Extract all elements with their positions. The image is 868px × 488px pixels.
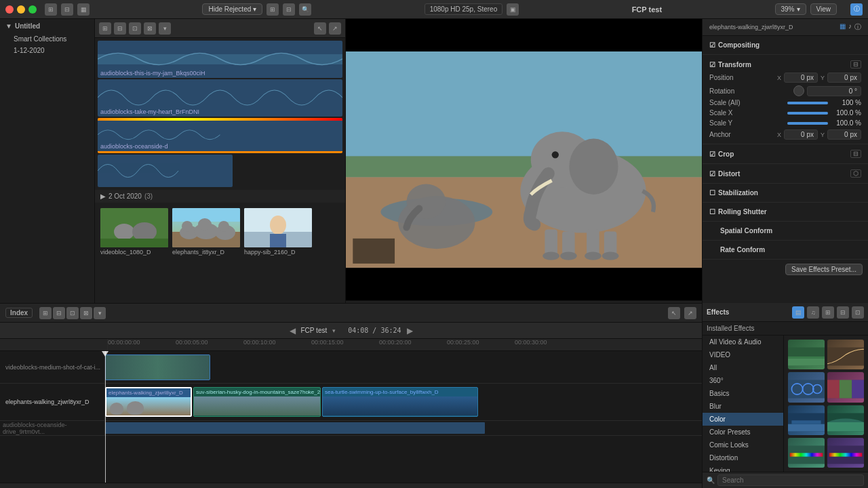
effects-search-input[interactable] [717,474,864,486]
stabilization-title[interactable]: ☐ Stabilization [709,186,861,199]
scale-all-field[interactable]: 100 % [831,99,861,106]
thumbnail-2[interactable]: elephants_it8yxr_D [172,208,240,256]
effect-thumb-color-wheels[interactable]: Color Wheels [788,372,825,402]
effect-cat-all[interactable]: All [703,361,783,374]
audio-block-2[interactable]: audioblocks-take-my-heart_BrFnDNI [98,79,342,117]
ef-icon2[interactable]: ♫ [807,306,819,319]
ef-icon4[interactable]: ⊟ [837,306,849,319]
timeline-prev[interactable]: ◀ [290,326,296,336]
distort-reset[interactable]: ⬡ [850,169,861,178]
timeline-scrollbar[interactable] [0,483,702,488]
main-area: ▼ Untitled Smart Collections 1-12-2020 ⊞… [0,19,868,322]
ef-icon1[interactable]: ▤ [792,306,804,319]
effect-thumb-hdr[interactable]: HDR Tools [827,405,864,435]
grid-icon[interactable]: ⊟ [283,3,295,16]
inspector-video-icon[interactable]: ▦ [840,22,846,32]
ef-icon5[interactable]: ⊡ [852,306,864,319]
inspector-icon[interactable]: ⓘ [850,3,863,16]
tl-arrow[interactable]: ↗ [684,307,696,319]
index-label[interactable]: Index [5,308,33,318]
scale-y-slider[interactable] [787,122,828,125]
compositing-title[interactable]: ☑ Compositing [709,39,861,52]
rotation-field[interactable]: 0 ° [807,86,861,96]
effect-thumb-color-curves[interactable]: Color Curves [827,340,864,369]
rolling-shutter-title[interactable]: ☐ Rolling Shutter [709,205,861,218]
save-effects-button[interactable]: Save Effects Preset... [785,264,863,275]
browser-view4[interactable]: ⊠ [144,22,156,35]
anchor-y-field[interactable]: 0 px [827,129,861,140]
crop-title[interactable]: ☑ Crop ⊟ [709,147,861,161]
browser-view1[interactable]: ⊞ [99,22,111,35]
effect-cat-keying[interactable]: Keying [703,464,783,472]
effect-cat-color-presets[interactable]: Color Presets [703,426,783,439]
distort-title[interactable]: ☑ Distort ⬡ [709,167,861,180]
project-icon[interactable]: ▦ [77,3,90,16]
clip-sea-turtle[interactable]: sea-turtle-swimming-up-to-surface_by8ftw… [322,387,478,417]
effect-thumb-broadcast[interactable]: Broadcast Safe [788,340,825,369]
ef-icon3[interactable]: ⊞ [822,306,834,319]
maximize-button[interactable] [28,5,37,14]
effect-cat-color[interactable]: Color [703,413,783,426]
rate-conform-title[interactable]: Rate Conform [709,243,861,256]
effect-cat-basics[interactable]: Basics [703,387,783,400]
search-icon[interactable]: 🔍 [299,3,311,16]
audio-clip-1[interactable] [105,422,485,434]
filter-icon[interactable]: ⊞ [267,3,279,16]
event-icon[interactable]: ⊟ [61,3,73,16]
browser-select[interactable]: ↖ [314,22,326,35]
rotation-knob[interactable] [793,85,804,96]
scale-x-slider[interactable] [787,112,828,115]
position-y-field[interactable]: 0 px [827,73,861,83]
browser-view3[interactable]: ⊡ [129,22,141,35]
crop-reset[interactable]: ⊟ [850,150,861,158]
effect-thumb-hue-sat-1[interactable]: Hue/Saturation [788,438,825,468]
sidebar-library[interactable]: ▼ Untitled [0,19,94,33]
effect-thumb-custom-lut[interactable]: Custom LUT [788,405,825,435]
effect-cat-video[interactable]: VIDEO [703,348,783,361]
thumbnail-3[interactable]: happy-sib_2160_D [244,208,312,256]
effect-cat-comic[interactable]: Comic Looks [703,439,783,451]
tl-icon1[interactable]: ⊞ [39,307,52,319]
clip-elephants-selected[interactable]: elephants-walking_zjwrl8yxr_D [105,387,192,417]
inspector-audio-icon[interactable]: ♪ [848,22,852,32]
tl-icon4[interactable]: ⊠ [80,307,92,319]
browser-view2[interactable]: ⊟ [114,22,126,35]
audio-block-4[interactable] [98,155,233,187]
audio-block-1[interactable]: audioblocks-this-is-my-jam_Bkqs00ciH [98,41,342,78]
transform-title[interactable]: ☑ Transform ⊟ [709,58,861,71]
monitor-icon[interactable]: ▣ [507,3,519,16]
close-button[interactable] [5,5,14,14]
effect-cat-360[interactable]: 360° [703,374,783,387]
tl-select[interactable]: ↖ [668,307,680,319]
clip-cat[interactable] [105,354,210,380]
view-button[interactable]: View [810,3,837,15]
tl-icon2[interactable]: ⊟ [53,307,65,319]
hide-rejected-button[interactable]: Hide Rejected ▾ [202,3,262,15]
timeline-next[interactable]: ▶ [407,326,413,336]
browser-arrow[interactable]: ↗ [329,22,341,35]
effect-cat-blur[interactable]: Blur [703,400,783,413]
effect-thumb-colorize[interactable]: Colorize [827,372,864,402]
tl-icon5[interactable]: ▾ [94,307,106,319]
spatial-conform-title[interactable]: Spatial Conform [709,224,861,237]
sidebar-item-date[interactable]: 1-12-2020 [0,45,94,56]
clip-husky[interactable]: suv-siberian-husky-dog-in-mountains_saze… [193,387,321,417]
audio-block-3[interactable]: audioblocks-oceanside-d [98,118,342,153]
anchor-x-field[interactable]: 0 px [784,129,818,140]
scale-x-field[interactable]: 100.0 % [831,109,861,117]
minimize-button[interactable] [17,5,25,14]
effect-cat-all-video[interactable]: All Video & Audio [703,336,783,348]
browser-sort[interactable]: ▾ [159,22,171,35]
inspector-info-icon[interactable]: ⓘ [854,22,861,32]
scale-y-field[interactable]: 100.0 % [831,119,861,127]
effect-thumb-hue-sat-2[interactable]: Hue/Saturation [827,438,864,468]
library-icon[interactable]: ⊞ [45,3,57,16]
thumbnail-1[interactable]: videobloc_1080_D [100,208,168,256]
scale-slider[interactable] [787,102,828,104]
zoom-control[interactable]: 39% ▾ [775,3,806,15]
effect-cat-distortion[interactable]: Distortion [703,451,783,464]
sidebar-item-smart-collections[interactable]: Smart Collections [0,33,94,45]
tl-icon3[interactable]: ⊡ [66,307,79,319]
position-x-field[interactable]: 0 px [784,73,818,83]
transform-reset[interactable]: ⊟ [850,60,861,68]
